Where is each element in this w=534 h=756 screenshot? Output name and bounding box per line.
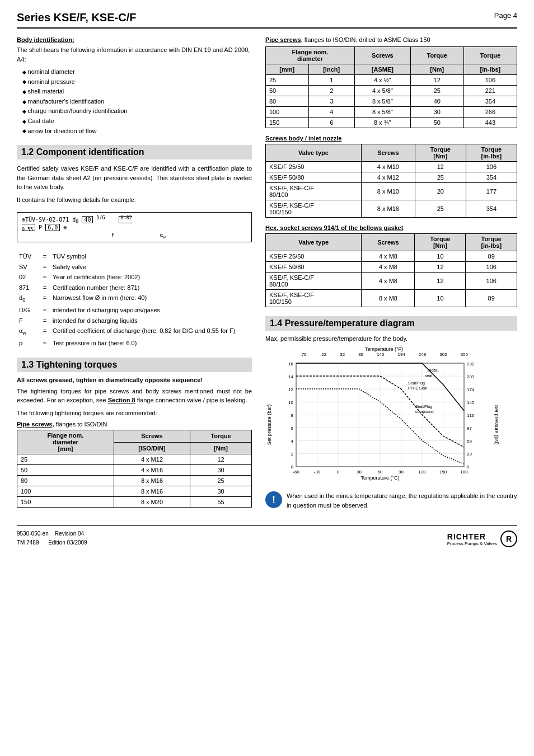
bullet-item: shell material: [22, 87, 252, 97]
top-ticks: -76-223286140194248302356: [300, 352, 468, 357]
svg-text:-30: -30: [314, 469, 321, 475]
table-row: KSE/F, KSE-C/F80/1008 x M1020177: [266, 183, 517, 200]
page-header: Series KSE/F, KSE-C/F Page 4: [17, 11, 517, 29]
table-row: 8038 x 5/8"40354: [266, 96, 517, 107]
bullet-item: nominal diameter: [22, 67, 252, 77]
col-header-screws-asme: Screws: [354, 47, 410, 64]
table-row: 5024 x 5/8"25221: [266, 86, 517, 96]
cert-legend: TÜV=TÜV symbol SV=Safety valve 02=Year o…: [17, 251, 252, 348]
svg-text:4: 4: [291, 439, 294, 444]
pressure-temp-chart: Temperature (°F) -76-2232861401942483023…: [265, 346, 500, 489]
legend-row: F=intended for discharging liquids: [17, 316, 252, 326]
screws-body-title: Screws body / inlet nozzle: [265, 135, 517, 142]
svg-text:0: 0: [291, 464, 294, 469]
section-14: 1.4 Pressure/temperature diagram Max. pe…: [265, 316, 517, 510]
svg-text:0: 0: [337, 469, 340, 475]
bullet-item: arrow for direction of flow: [22, 126, 252, 137]
pipe-screws-asme-title: Pipe screws, flanges to ISO/DIN, drilled…: [265, 36, 517, 43]
section8-link: Section 8: [108, 397, 135, 403]
table-row: 504 x M1630: [17, 465, 252, 476]
asme-table: Flange nom.diameter Screws Torque Torque…: [265, 46, 517, 128]
svg-text:seal: seal: [425, 374, 432, 378]
svg-text:2: 2: [291, 452, 294, 457]
svg-text:10: 10: [288, 400, 293, 405]
legend-row: αw=Certified coefficient of discharge (h…: [17, 326, 252, 338]
svg-text:87: 87: [467, 426, 472, 431]
bullet-item: manufacturer's identification: [22, 97, 252, 107]
iso-din-table: Flange nom.diameter[mm] Screws Torque [I…: [17, 430, 252, 508]
svg-text:180: 180: [460, 469, 468, 475]
screws-body-section: Screws body / inlet nozzle Valve type Sc…: [265, 135, 517, 218]
legend-row: 02=Year of certification (here: 2002): [17, 272, 252, 283]
section-12-content: Certified safety valves KSE/F and KSE-C/…: [17, 164, 252, 349]
svg-text:29: 29: [467, 452, 472, 457]
svg-text:120: 120: [418, 469, 426, 475]
svg-text:232: 232: [467, 361, 475, 367]
table-header-row: Flange nom.diameter[mm] Screws Torque: [17, 430, 252, 443]
page-title: Series KSE/F, KSE-C/F: [17, 11, 136, 24]
diagram-desc: Max. permissible pressure/temperature fo…: [265, 335, 517, 342]
right-column: Pipe screws, flanges to ISO/DIN, drilled…: [265, 36, 517, 514]
col-sub-inch: [inch]: [308, 64, 354, 75]
chart-svg: Set pressure (bar) Set pressure (psi): [265, 358, 500, 481]
section-12-text1: Certified safety valves KSE/F and KSE-C/…: [17, 164, 252, 192]
legend-row: d0=Narrowest flow Ø in mm (here: 40): [17, 293, 252, 305]
col-torque-inlbs: Torque[in-lbs]: [466, 144, 517, 162]
svg-text:Set pressure (psi): Set pressure (psi): [494, 405, 499, 444]
hex-socket-title: Hex. socket screws 914/1 of the bellows …: [265, 224, 517, 231]
table-row: 15068 x ¾"50443: [266, 118, 517, 128]
svg-text:12: 12: [288, 387, 293, 392]
svg-text:116: 116: [467, 413, 475, 418]
svg-text:60: 60: [378, 469, 383, 475]
left-column: Body identification: The shell bears the…: [17, 36, 252, 514]
main-content: Body identification: The shell bears the…: [17, 36, 517, 514]
col-header-screws: Screws: [114, 430, 190, 443]
col-header-flange-mm: Flange nom.diameter[mm]: [17, 430, 114, 454]
section-13-content: All screws greased, tighten in diametric…: [17, 377, 252, 508]
col-subheader-issodin: [ISO/DIN]: [114, 442, 190, 454]
col-header-flange: Flange nom.diameter: [266, 47, 355, 64]
table-row: 1008 x M1630: [17, 486, 252, 497]
hex-socket-table: Valve type Screws Torque[Nm] Torque[in-l…: [265, 233, 517, 307]
col-header-torque-inlbs: Torque: [463, 47, 517, 64]
col-screws: Screws: [362, 234, 415, 251]
svg-text:145: 145: [467, 400, 475, 405]
table-header-row: Valve type Screws Torque[Nm] Torque[in-l…: [266, 234, 517, 251]
col-sub-inlbs: [in-lbs]: [463, 64, 517, 75]
richter-logo-text: RICHTER Process Pumps & Valves: [447, 532, 497, 546]
svg-text:203: 203: [467, 374, 475, 379]
svg-text:compound: compound: [415, 410, 434, 414]
table-row: KSE/F 50/804 x M812106: [266, 262, 517, 273]
svg-text:30: 30: [357, 469, 362, 475]
body-id-title: Body identification:: [17, 36, 252, 43]
legend-row: p=Test pressure in bar (here: 6.0): [17, 338, 252, 349]
table-header-row: Flange nom.diameter Screws Torque Torque: [266, 47, 517, 64]
body-identification-section: Body identification: The shell bears the…: [17, 36, 252, 136]
body-id-intro: The shell bears the following informatio…: [17, 45, 252, 64]
tightening-text1: The tightening torques for pipe screws a…: [17, 387, 252, 405]
col-header-torque: Torque: [190, 430, 252, 443]
legend-row: 871=Certification number (here: 871): [17, 283, 252, 293]
col-sub-nm: [Nm]: [410, 64, 463, 75]
table-row: 1508 x M2055: [17, 497, 252, 508]
svg-text:PTFE Seal: PTFE Seal: [408, 386, 427, 390]
col-sub-asme: [ASME]: [354, 64, 410, 75]
page-number: Page 4: [494, 11, 517, 20]
hex-socket-section: Hex. socket screws 914/1 of the bellows …: [265, 224, 517, 307]
table-row: KSE/F, KSE-C/F80/1004 x M812106: [266, 273, 517, 290]
section-12-text2: It contains the following details for ex…: [17, 195, 252, 205]
svg-text:174: 174: [467, 387, 475, 392]
warning-text: When used in the minus temperature range…: [287, 491, 517, 510]
warning-icon: !: [265, 491, 282, 508]
svg-text:metal: metal: [428, 368, 439, 373]
table-row: 808 x M1625: [17, 476, 252, 486]
col-header-torque-nm: Torque: [410, 47, 463, 64]
tightening-text3: The following tightening torques are rec…: [17, 408, 252, 418]
bullet-item: charge number/foundry identification: [22, 106, 252, 116]
col-torque-nm: Torque[Nm]: [415, 234, 466, 251]
section-13-heading: 1.3 Tightening torques: [17, 358, 252, 372]
col-sub-mm: [mm]: [266, 64, 309, 75]
svg-text:Seal/Plug: Seal/Plug: [415, 405, 432, 409]
bullet-item: nominal pressure: [22, 77, 252, 87]
table-row: 10048 x 5/8"30266: [266, 107, 517, 118]
